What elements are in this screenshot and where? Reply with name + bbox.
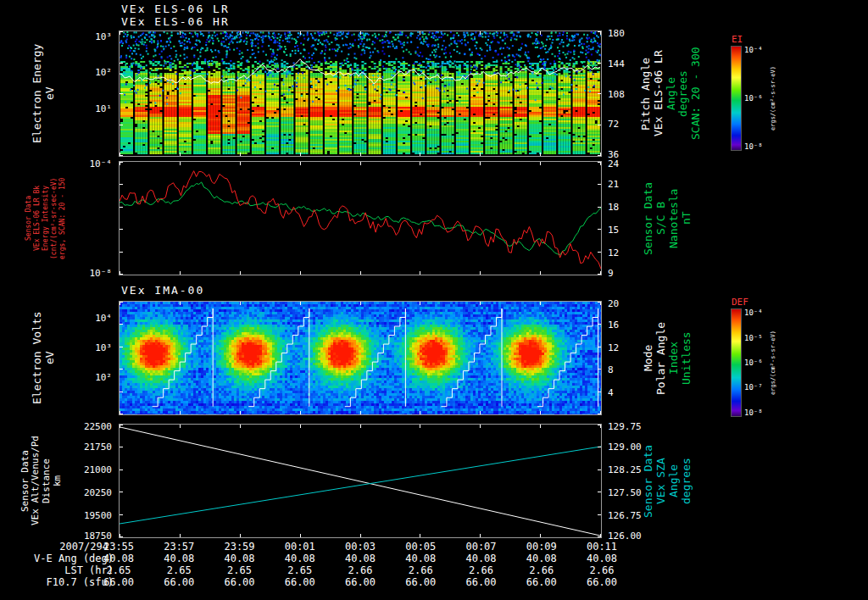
axis-value: 66.00 [285,576,315,588]
ei-colorbar-ticks: 10⁻⁴10⁻⁶10⁻⁸ [744,46,773,151]
ephemeris-line-panel [119,424,602,538]
tick-label: 10¹ [95,103,112,114]
tick-label: 10⁻⁵ [744,334,763,342]
right-label-line: Index [668,301,681,415]
tick-label: 129.75 [608,420,642,431]
colorbar-gradient [731,46,742,151]
right-label-line: Pitch Angle [640,31,653,157]
axis-value: 40.08 [164,553,194,564]
axis-value: 2.65 [107,564,131,576]
tick-label: 108 [608,88,625,99]
row-values-ve-ang: 40.0840.0840.0840.0840.0840.0840.0840.08… [119,553,602,564]
ima-ylabel: Electron Volts eV [29,301,59,415]
axis-value: 2.65 [167,564,192,576]
tick-label: 12 [608,247,619,258]
row-values-f107: 66.0066.0066.0066.0066.0066.0066.0066.00… [119,576,602,587]
tick-label: 144 [608,58,625,69]
tick-label: 10⁻⁴ [744,46,763,54]
tick-label: 21750 [84,442,112,453]
colorbar-title: EI [732,34,743,45]
axis-value: 66.00 [587,576,617,588]
tick-label: 10⁻⁶ [744,358,763,367]
tick-label: 20250 [84,487,112,498]
axis-value: 2.66 [348,564,373,576]
tick-label: 18750 [84,531,112,542]
tick-label: 20 [608,297,619,308]
tick-label: 12 [608,342,619,353]
axis-value: 66.00 [345,576,376,588]
right-label-line: degrees [681,424,693,538]
row-values-lst: 2.652.652.652.652.662.662.662.662.66 [119,564,602,575]
tick-label: 16 [608,319,619,331]
axis-value: 00:09 [526,541,557,553]
ima-spectrogram-canvas [120,302,601,414]
ephemeris-canvas [120,425,601,537]
tick-label: 10⁻⁶ [744,94,763,103]
axis-value: 2.66 [409,564,433,576]
tick-label: 10⁻⁸ [90,268,113,279]
tick-label: 10⁻⁷ [744,383,763,392]
tick-label: 127.50 [608,487,642,498]
ylabel-unit: eV [44,301,57,415]
axis-value: 2.65 [227,564,252,576]
bfield-right-label: Sensor Data S/C B Nanotesla nT [641,161,695,275]
axis-value: 40.08 [103,553,134,564]
tick-label: 126.00 [608,531,642,542]
axis-value: 40.08 [224,553,254,564]
tick-label: 10⁴ [95,313,112,324]
ylabel-line: Energy Intensity [42,161,50,275]
tick-label: 129.00 [608,442,642,453]
tick-label: 22500 [84,420,112,431]
right-label-line: Nanotesla [668,161,681,275]
tick-label: 15 [608,225,619,236]
axis-value: 00:07 [465,541,496,553]
ephemeris-left-ticks: 225002175021000202501950018750 [71,424,115,538]
els-left-ticks: 10³10²10¹ [71,31,115,157]
plot-page: VEx ELS-06 LR VEx ELS-06 HR VEx IMA-00 E… [0,0,868,600]
axis-value: 66.00 [526,576,557,588]
def-colorbar-ticks: 10⁻⁴10⁻⁵10⁻⁶10⁻⁷10⁻⁸ [744,308,773,417]
axis-value: 40.08 [345,553,376,564]
ylabel-line: Electron Volts [31,301,44,415]
els-spectrogram-panel [119,31,602,157]
tick-label: 4 [608,387,614,398]
title-els-lr: VEx ELS-06 LR [121,3,230,15]
def-colorbar: DEF 10⁻⁴10⁻⁵10⁻⁶10⁻⁷10⁻⁸ ergs/(cm²-s-sr-… [729,297,788,420]
tick-label: 10⁻⁴ [90,158,113,169]
title-ima: VEx IMA-00 [121,284,204,297]
axis-value: 40.08 [587,553,617,564]
tick-label: 10⁻⁸ [744,142,763,151]
row-label-f107: F10.7 (sfu) [7,576,114,588]
axis-value: 00:01 [285,541,315,553]
tick-label: 8 [608,364,614,375]
tick-label: 21000 [84,464,112,475]
time-axis: 23:5523:5723:5900:0100:0300:0500:0700:09… [119,541,602,552]
ephemeris-ylabel: Sensor Data VEx Alt/Venus/Pd Distance km [19,424,64,538]
ylabel-line: ergs, SCAN: 20 - 150 [58,161,67,275]
ima-left-ticks: 10⁴10³10² [71,301,115,415]
ylabel-line: VEx ELS-06 LR Bk [33,161,42,275]
axis-value: 23:57 [164,541,194,553]
axis-value: 66.00 [224,576,254,588]
right-label-line: VEx SZA [655,424,668,538]
colorbar-gradient [731,308,742,417]
ei-colorbar: EI 10⁻⁴10⁻⁶10⁻⁸ ergs/(cm²-s-sr-eV) [729,34,788,154]
axis-value: 66.00 [465,576,496,588]
colorbar-title: DEF [732,297,748,308]
axis-value: 23:55 [103,541,134,553]
tick-label: 72 [608,119,619,130]
bfield-left-ticks: 10⁻⁴10⁻⁸ [71,161,115,275]
axis-value: 00:03 [345,541,376,553]
axis-value: 66.00 [103,576,134,588]
right-label-line: Sensor Data [643,161,655,275]
tick-label: 24 [608,158,619,169]
tick-label: 10³ [95,31,112,42]
right-label-line: Angle [668,424,681,538]
right-label-line: Sensor Data [643,424,655,538]
axis-value: 2.65 [287,564,312,576]
row-label-ve-ang: V-E Ang (deg) [7,553,114,564]
axis-value: 66.00 [405,576,436,588]
tick-label: 10² [95,67,112,78]
els-right-label: Pitch Angle VEx ELS-06 LR Angle degrees … [637,31,705,157]
ylabel-line: Distance [42,424,53,538]
